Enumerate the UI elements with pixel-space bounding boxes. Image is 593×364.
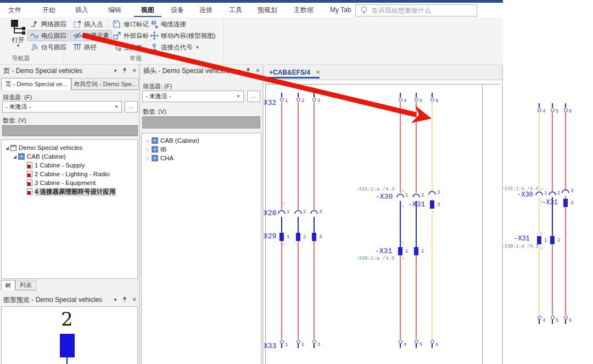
insert-point-button[interactable]: 插入点 [70,19,106,30]
pages-panel-header: 页 - Demo Special vehicles ▾ ✕ [0,65,139,77]
move-content-button[interactable]: 移动内容(模型视图) [147,30,219,41]
tree-node-ib[interactable]: ▷ IB [142,145,261,154]
menu-device[interactable]: 设备 [164,3,191,18]
tab-layout-space[interactable]: 布局空间 - Demo Spe... [71,78,139,90]
menu-preplanning[interactable]: 预规划 [250,3,284,18]
menu-edit[interactable]: 编辑 [101,3,128,18]
page-icon [27,171,32,177]
empty-text-icon [113,43,121,52]
dropdown-arrow-icon: ▼ [195,45,200,50]
filter-more-button[interactable]: ... [125,101,138,113]
tree-page-1[interactable]: 1 Cabine - Supply [2,161,137,170]
preview-symbol-number: 2 [61,308,73,330]
menu-bar: 文件 开始 插入 编辑 视图 设备 连接 工具 预规划 主数据 My Tab e… [0,3,503,17]
potential-trace-button[interactable]: 电位跟踪 [27,30,69,41]
tab-list[interactable]: 列表 [15,280,36,290]
menu-connection[interactable]: 连接 [192,3,220,18]
expanded-arrow-icon[interactable]: ◢ [12,154,18,159]
schematic-canvas[interactable] [264,80,503,364]
panel-splitter[interactable] [139,65,140,364]
search-placeholder: 告诉我你想要做什么 [372,6,431,15]
potential-trace-icon [30,31,39,40]
close-icon[interactable]: ✕ [256,68,260,74]
project-icon [10,145,16,151]
tab-close-icon[interactable]: ✕ [316,69,320,75]
signal-trace-button[interactable]: 信号跟踪 [27,42,69,53]
external-target-button[interactable]: 外部目标 [110,30,152,41]
page-icon [27,162,32,169]
close-icon[interactable]: ✕ [132,68,137,74]
path-button[interactable]: 路径 [70,42,99,53]
expanded-arrow-icon[interactable]: ◢ [4,145,10,150]
tell-me-search-input[interactable]: 告诉我你想要做什么 [355,4,477,16]
detached-graphic-pane[interactable] [503,0,593,364]
navigator-open-icon [9,18,27,36]
collapsed-arrow-icon[interactable]: ▷ [145,147,152,152]
app-frame: 文件 开始 插入 编辑 视图 设备 连接 工具 预规划 主数据 My Tab e… [0,0,503,364]
structure-icon [18,153,25,160]
network-trace-button[interactable]: 网络跟踪 [27,19,69,30]
pin-icon[interactable] [122,68,127,74]
panel-menu-icon[interactable]: ▾ [238,68,240,74]
pin-icon[interactable] [245,68,251,74]
menu-file[interactable]: 文件 [1,3,29,18]
menu-mytab[interactable]: My Tab [323,3,358,16]
cable-connection-button[interactable]: 电缆连接 [147,19,189,30]
preview-pin-symbol [60,334,75,357]
menu-masterdata[interactable]: 主数据 [287,3,321,18]
tab-tree[interactable]: 树 [1,280,15,290]
path-icon [73,43,82,52]
network-trace-icon [30,20,39,29]
page-icon [27,188,32,195]
collapsed-arrow-icon[interactable]: ▷ [145,156,152,161]
value-box[interactable] [2,125,138,136]
application-window: 文件 开始 插入 编辑 视图 设备 连接 工具 预规划 主数据 My Tab e… [0,0,593,364]
chevron-down-icon: ▼ [114,104,119,109]
tree-node-cab[interactable]: ▷ CAB (Cabine) [142,136,261,145]
menu-tools[interactable]: 工具 [222,3,249,18]
preview-canvas: 2 [1,306,138,364]
empty-text-button[interactable]: 空文本 [110,42,146,53]
close-icon[interactable]: ✕ [132,297,137,303]
open-dropdown-arrow-icon: ▼ [16,44,20,48]
cable-connection-icon [150,20,159,29]
value-label: 数值: (V) [143,108,166,116]
tree-node-project[interactable]: ◢ Demo Special vehicles [2,143,137,152]
tab-pages[interactable]: 页 - Demo Special ve... [1,78,71,90]
chevron-down-icon: ▼ [236,94,240,99]
filter-dropdown[interactable]: - 未激活 -▼ [2,101,122,113]
revision-mark-button[interactable]: 修订标记 [110,19,152,30]
lightbulb-icon [360,6,368,15]
move-content-icon [150,31,159,40]
panel-menu-icon[interactable]: ▾ [114,297,117,303]
page-icon [27,180,32,186]
menu-start[interactable]: 开始 [35,3,63,18]
panel-menu-icon[interactable]: ▾ [114,68,117,74]
filter-dropdown[interactable]: - 未激活 -▼ [142,91,244,102]
insert-point-icon [73,20,82,29]
ribbon-group-general: 常规 [110,54,161,63]
plugs-tree: ▷ CAB (Cabine) ▷ IB ▷ CHA [141,133,261,364]
page-frame-line [265,84,500,85]
tree-page-4-selected[interactable]: 4 连接器原理图符号设计应用 [2,187,137,196]
menu-insert[interactable]: 插入 [68,3,96,18]
filter-label: 筛选器: (F) [143,82,172,91]
pin-icon[interactable] [122,296,127,303]
ribbon-group-navigator: 导航器 [5,54,36,63]
filter-more-button[interactable]: ... [247,91,260,102]
tree-page-3[interactable]: 3 Cabine - Equipment [2,178,137,187]
tree-page-2[interactable]: 2 Cabine - Lighting - Radio [2,170,137,178]
page-frame-line [482,84,483,364]
tree-node-cab[interactable]: ◢ CAB (Cabine) [2,152,137,161]
connection-point-designation-button[interactable]: 连接点代号 ▼ [147,42,202,53]
preview-panel-header: 图形预览 - Demo Special vehicles ▾ ✕ [0,294,139,306]
filter-label: 筛选器: (F) [3,93,32,102]
hidden-elements-button[interactable]: 隐藏元素 [70,30,112,41]
collapsed-arrow-icon[interactable]: ▷ [145,138,152,143]
plug-icon [152,137,158,144]
menu-view[interactable]: 视图 [134,3,161,18]
value-box[interactable] [142,116,260,128]
tree-node-cha[interactable]: ▷ CHA [142,154,261,163]
revision-mark-icon [113,20,121,29]
external-target-icon [113,31,121,40]
